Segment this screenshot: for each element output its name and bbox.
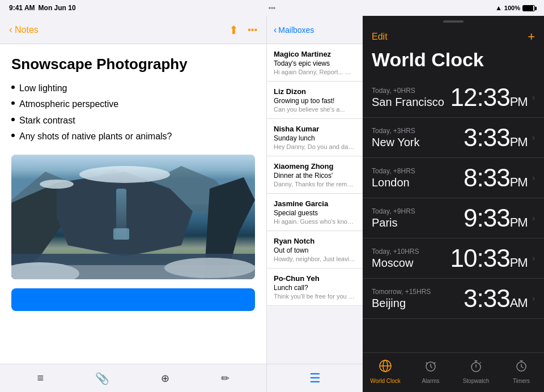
mail-toolbar: ☰ [267, 364, 363, 392]
notes-toolbar: ≡ 📎 ⊕ ✏ [0, 364, 266, 392]
mail-subject: Today's epic views [274, 59, 356, 67]
clock-item-info: Today, +9HRS Paris [372, 207, 415, 229]
clock-list: Today, +0HRS San Francisco 12:33PM Today… [363, 78, 544, 352]
mail-preview: Hi again. Guess who's know how to make m… [274, 218, 356, 225]
clock-edit-button[interactable]: Edit [372, 32, 388, 42]
clock-offset: Today, +9HRS [372, 207, 415, 215]
clock-city: Beijing [372, 297, 431, 310]
clock-item-info: Today, +0HRS San Francisco [372, 87, 444, 109]
bullet-dot [11, 86, 15, 89]
notes-back-button[interactable]: ‹ Notes [9, 24, 39, 36]
notes-share-icon[interactable]: ⬆ [229, 23, 239, 37]
mail-compose-icon[interactable]: ☰ [309, 371, 321, 386]
mail-preview: Can you believe she's a... [274, 106, 356, 113]
mail-nav-bar: ‹ Mailboxes [267, 16, 363, 44]
clock-item-moscow: Today, +10HRS Moscow 10:33PM [363, 238, 544, 279]
status-bar: 9:41 AM Mon Jun 10 ••• ▲ 100% [0, 0, 544, 16]
timers-tab-label: Timers [513, 378, 530, 384]
mail-subject: Special guests [274, 209, 356, 217]
mail-preview: Danny, Thanks for the remembered to take… [274, 181, 356, 188]
mail-preview: Hey Danny, Do you and dad? If you two jo… [274, 143, 356, 150]
list-item: Any shots of native plants or animals? [11, 130, 255, 143]
mail-item[interactable]: Magico Martinez Today's epic views Hi ag… [267, 44, 363, 82]
clock-chevron-icon [532, 213, 535, 223]
mail-panel: ‹ Mailboxes Magico Martinez Today's epic… [266, 16, 363, 392]
mail-back-button[interactable]: ‹ Mailboxes [274, 25, 314, 35]
battery-icon [522, 5, 535, 11]
world-clock-tab-icon [379, 359, 392, 376]
clock-item-paris: Today, +9HRS Paris 9:33PM [363, 198, 544, 238]
mail-back-label: Mailboxes [278, 25, 314, 35]
clock-chevron-icon [532, 293, 535, 304]
mail-item[interactable]: Po-Chun Yeh Lunch call? Think you'll be … [267, 269, 363, 306]
bullet-text: Atmospheric perspective [19, 98, 118, 110]
mail-sender: Liz Dizon [274, 87, 356, 96]
notes-markup-icon[interactable]: ⊕ [161, 372, 169, 385]
clock-offset: Tomorrow, +15HRS [372, 288, 431, 296]
clock-nav-bar: Edit + [363, 27, 544, 49]
clock-item-london: Today, +8HRS London 8:33PM [363, 158, 544, 198]
battery-text: 100% [504, 5, 520, 11]
wifi-icon: ▲ [495, 4, 502, 12]
drag-pill [443, 20, 464, 23]
notes-panel: ‹ Notes ⬆ ••• Snowscape Photography Low … [0, 16, 266, 392]
clock-chevron-icon [532, 92, 535, 103]
clock-time: 8:33PM [464, 164, 528, 192]
mail-item[interactable]: Liz Dizon Growing up too fast! Can you b… [267, 82, 363, 119]
notes-content: Snowscape Photography Low lighting Atmos… [0, 44, 266, 364]
mail-sender: Po-Chun Yeh [274, 274, 356, 283]
notes-more-icon[interactable]: ••• [248, 25, 257, 35]
svg-point-5 [79, 166, 170, 183]
clock-item-info: Today, +3HRS New York [372, 127, 420, 149]
tab-stopwatch[interactable]: Stopwatch [453, 359, 499, 384]
mail-item[interactable]: Nisha Kumar Sunday lunch Hey Danny, Do y… [267, 119, 363, 156]
clock-drag-indicator [363, 16, 544, 27]
tab-world-clock[interactable]: World Clock [363, 359, 408, 384]
clock-offset: Today, +8HRS [372, 167, 415, 175]
clock-item-info: Today, +10HRS Moscow [372, 248, 419, 270]
mail-sender: Magico Martinez [274, 50, 356, 58]
list-item: Atmospheric perspective [11, 98, 255, 110]
clock-time: 3:33PM [464, 123, 528, 152]
clock-offset: Today, +10HRS [372, 248, 419, 255]
notes-attach-icon[interactable]: 📎 [95, 372, 109, 385]
stopwatch-tab-icon [469, 359, 483, 376]
notes-compose-icon[interactable]: ✏ [221, 372, 230, 385]
clock-time: 10:33PM [450, 244, 528, 272]
stopwatch-tab-label: Stopwatch [463, 378, 490, 384]
notes-nav-icons: ⬆ ••• [229, 23, 257, 37]
mail-item[interactable]: Jasmine Garcia Special guests Hi again. … [267, 194, 363, 231]
alarms-tab-icon [424, 359, 437, 376]
notes-blue-bar [11, 288, 255, 311]
mail-sender: Ryan Notch [274, 237, 356, 245]
clock-chevron-icon [532, 133, 535, 143]
clock-item-beijing: Tomorrow, +15HRS Beijing 3:33AM [363, 279, 544, 319]
status-date: Mon Jun 10 [39, 4, 76, 12]
list-item: Stark contrast [11, 114, 255, 127]
clock-time: 9:33PM [464, 204, 528, 232]
notes-back-chevron: ‹ [9, 24, 12, 36]
mail-preview: Howdy, neighbor, Just leaving Tuesday an… [274, 255, 356, 262]
mail-list: Magico Martinez Today's epic views Hi ag… [267, 44, 363, 364]
clock-add-button[interactable]: + [528, 29, 535, 44]
mail-item[interactable]: Ryan Notch Out of town Howdy, neighbor, … [267, 231, 363, 269]
bullet-dot [11, 118, 15, 121]
mail-sender: Jasmine Garcia [274, 199, 356, 208]
notes-list-icon[interactable]: ≡ [37, 372, 44, 385]
clock-panel: Edit + World Clock Today, +0HRS San Fran… [363, 16, 544, 392]
tab-timers[interactable]: Timers [499, 359, 544, 384]
status-bar-left: 9:41 AM Mon Jun 10 [9, 4, 76, 12]
clock-city: Moscow [372, 257, 419, 270]
mail-item[interactable]: Xiaomeng Zhong Dinner at the Ricos' Dann… [267, 156, 363, 194]
bullet-dot [11, 134, 15, 137]
clock-tab-bar: World Clock Alarms [363, 352, 544, 392]
notes-back-label: Notes [15, 25, 39, 35]
clock-item-san-francisco: Today, +0HRS San Francisco 12:33PM [363, 78, 544, 118]
alarms-tab-label: Alarms [422, 378, 439, 384]
notes-nav-bar: ‹ Notes ⬆ ••• [0, 16, 266, 44]
clock-city: San Francisco [372, 96, 444, 109]
mail-preview: Hi again Danny, Report... Wide open skie… [274, 69, 356, 75]
status-bar-right: ▲ 100% [495, 4, 535, 12]
list-item: Low lighting [11, 82, 255, 95]
tab-alarms[interactable]: Alarms [408, 359, 453, 384]
